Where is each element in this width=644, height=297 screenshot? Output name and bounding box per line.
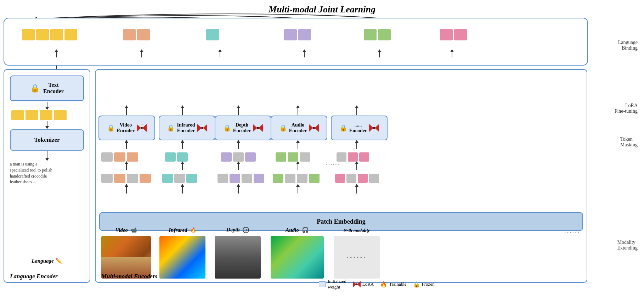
inf-enc-arrow	[182, 140, 183, 149]
audio-label: Audio	[286, 227, 299, 233]
svg-marker-8	[253, 124, 257, 132]
dep-lora-2	[233, 152, 244, 162]
legend-fire-icon: 🔥	[380, 281, 387, 288]
language-binding-label: Language Binding	[618, 40, 638, 51]
infrared-image	[159, 236, 205, 279]
lock-icon-depth: 🔒	[223, 124, 231, 132]
audio-arrow-up	[379, 50, 380, 57]
depth-arrow-up	[304, 50, 305, 57]
infrared-masked-tokens	[162, 174, 197, 183]
video-enc-arrow	[126, 140, 127, 149]
svg-point-7	[201, 127, 203, 129]
token-block-6	[137, 29, 150, 40]
tokenizer-label: Tokenizer	[34, 136, 60, 144]
nth-arrow-up	[452, 50, 452, 57]
svg-point-19	[356, 284, 357, 285]
video-encoder-box: 🔒 Video Encoder 🔥	[98, 116, 155, 140]
top-tokens-container	[4, 18, 588, 66]
text-tokens	[22, 29, 77, 40]
video-encoder-label: Video Encoder	[117, 122, 135, 134]
sample-text: a man is using a specialized tool to pol…	[10, 161, 84, 185]
aud-mask-3	[297, 174, 307, 183]
token-block-8	[284, 29, 297, 40]
token-block-5	[123, 29, 136, 40]
svg-marker-11	[309, 124, 313, 132]
text-encoder-box: 🔒 Text Encoder	[10, 75, 84, 101]
depth-lora-icon	[253, 124, 263, 132]
depth-masked-tokens	[218, 174, 264, 183]
infrared-tokens	[206, 29, 219, 40]
dep-mask-arrow	[238, 184, 239, 194]
nth-lora-3	[359, 152, 369, 162]
legend-box-init	[319, 281, 326, 287]
text-enc-arrow	[47, 102, 47, 110]
svg-marker-5	[197, 124, 202, 132]
yellow-t1	[11, 110, 24, 120]
patch-embedding-label: Patch Embedding	[317, 218, 366, 225]
v-mask-3	[127, 174, 138, 183]
depth-lora-tokens	[221, 152, 256, 162]
nth-lora-1	[337, 152, 346, 162]
nth-image: ······	[334, 236, 380, 279]
dep-mask-1	[218, 174, 228, 183]
svg-text:🔥: 🔥	[140, 124, 143, 125]
inf-lora-arrow	[182, 162, 183, 170]
svg-point-13	[313, 127, 315, 129]
nth-dots-label: ······	[564, 229, 580, 237]
token-block-12	[440, 29, 453, 40]
nth-label: N-th modality	[344, 228, 370, 233]
aud-lora-1	[276, 152, 286, 162]
aud-mask-2	[285, 174, 295, 183]
token-block-2	[36, 29, 49, 40]
video-tokens	[123, 29, 150, 40]
depth-icon: D	[243, 227, 249, 233]
inf-mask-arrow	[182, 184, 183, 194]
lock-icon-infrared: 🔒	[167, 124, 175, 132]
multimodal-encoders-title: Multi-modal Encoders	[101, 273, 157, 280]
svg-marker-6	[203, 124, 207, 132]
aud-enc-arrow	[298, 140, 298, 149]
video-label-row: Video 📹	[101, 227, 151, 233]
dep-lora-arrow	[238, 162, 239, 170]
lock-icon-video: 🔒	[107, 124, 115, 132]
dep-top-arrow	[238, 106, 239, 115]
audio-tokens	[364, 29, 391, 40]
main-container: Multi-modal Joint Learning Contrastive L…	[0, 0, 644, 297]
legend-lora-label: LoRA	[362, 281, 374, 287]
nth-mask-1	[335, 174, 345, 183]
infrared-lora-tokens	[165, 152, 188, 162]
depth-label: Depth	[226, 227, 240, 232]
nth-mask-arrow	[356, 184, 357, 194]
video-label: Video	[115, 227, 128, 233]
video-icon: 📹	[131, 228, 137, 233]
nth-lora-icon	[369, 124, 379, 132]
inf-lora-2	[177, 152, 188, 162]
infrared-label: Infrared	[169, 227, 187, 233]
dep-mask-3	[242, 174, 252, 183]
audio-masked-tokens	[273, 174, 320, 183]
nth-lora-arrow	[356, 162, 357, 170]
video-image	[101, 236, 151, 279]
token-block-10	[364, 29, 377, 40]
yellow-t4	[54, 110, 67, 120]
infrared-encoder-label: Infrared Encoder	[177, 122, 195, 134]
dep-mask-4	[254, 174, 264, 183]
nth-tokens	[440, 29, 467, 40]
nth-encoder-box: 🔒 ...... Encoder	[331, 116, 388, 140]
legend-trainable: 🔥 Trainable	[380, 281, 406, 288]
legend-lock-icon: 🔒	[413, 281, 420, 288]
v-mask-2	[114, 174, 125, 183]
v-mask-4	[140, 174, 151, 183]
tokenizer-arrow	[47, 151, 47, 161]
nth-mask-4	[369, 174, 379, 183]
video-lora-tokens	[101, 152, 138, 162]
token-block-9	[298, 29, 311, 40]
page-title: Multi-modal Joint Learning	[269, 4, 375, 15]
language-encoder-title: Language Encoder	[10, 273, 58, 280]
infrared-icon: 🔥	[190, 228, 196, 233]
legend-init-label: Initializedweight	[328, 279, 346, 290]
svg-marker-14	[369, 124, 373, 132]
text-arrow-up	[56, 50, 57, 57]
lock-icon-text: 🔒	[30, 84, 40, 93]
tokenizer-box: Tokenizer	[10, 129, 84, 151]
